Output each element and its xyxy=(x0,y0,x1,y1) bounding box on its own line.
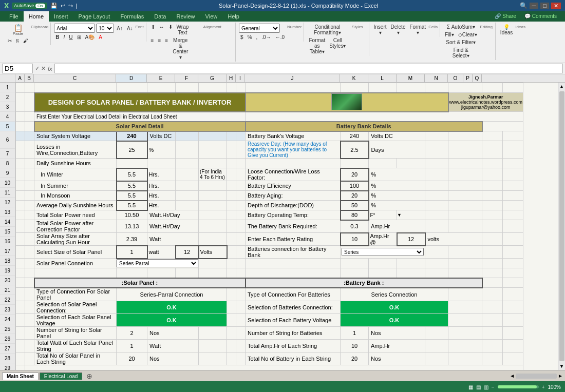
batt-temp-dropdown[interactable]: ▼ xyxy=(397,210,425,220)
row-num-2[interactable]: 2 xyxy=(0,92,15,102)
solar-voltage-value[interactable]: 240 xyxy=(117,131,147,141)
undo-btn[interactable]: ↩ xyxy=(61,3,65,9)
underline-btn[interactable]: U xyxy=(67,34,74,41)
row-num-20[interactable]: 20 xyxy=(0,276,15,285)
align-middle-btn[interactable]: ↔ xyxy=(158,24,166,36)
align-left-btn[interactable]: ≡ xyxy=(149,37,156,61)
maximize-btn[interactable]: □ xyxy=(540,3,549,9)
view-normal[interactable]: ▦ xyxy=(468,384,473,390)
view-page-layout[interactable]: ▤ xyxy=(476,384,481,390)
ideas-btn[interactable]: 💡Ideas xyxy=(499,24,514,36)
monsoon-value[interactable]: 5.5 xyxy=(117,191,147,201)
losses-value[interactable]: 25 xyxy=(117,141,147,159)
close-btn[interactable]: ✕ xyxy=(551,3,561,9)
summer-value[interactable]: 5.5 xyxy=(117,181,147,191)
comments-btn[interactable]: 💬 Comments xyxy=(520,11,561,22)
col-header-n[interactable]: N xyxy=(425,74,448,82)
zoom-in[interactable]: + xyxy=(542,384,545,390)
row-num-12[interactable]: 12 xyxy=(0,198,15,207)
solar-connection-dropdown[interactable]: Series-ParralSeriesParallel xyxy=(117,259,198,267)
batt-connection-select[interactable]: SeriesParallel xyxy=(341,246,425,259)
loose-connection-value[interactable]: 20 xyxy=(341,168,369,181)
row-num-21[interactable]: 21 xyxy=(0,285,15,295)
sheet-tab-main[interactable]: Main Sheet xyxy=(2,373,39,380)
col-header-l[interactable]: L xyxy=(368,74,397,82)
row-num-22[interactable]: 22 xyxy=(0,295,15,305)
fill-btn[interactable]: Fill▾ xyxy=(443,31,456,38)
sort-filter-btn[interactable]: Sort & Filter▾ xyxy=(443,39,479,46)
insert-btn[interactable]: Insert▾ xyxy=(372,24,388,36)
col-header-h[interactable]: H xyxy=(227,74,236,82)
batt-efficiency-value[interactable]: 100 xyxy=(341,181,369,191)
bold-btn[interactable]: B xyxy=(54,34,61,41)
merge-center-btn[interactable]: Merge & Center ▾ xyxy=(171,37,190,61)
row-num-3[interactable]: 3 xyxy=(0,102,15,112)
row-num-8[interactable]: 8 xyxy=(0,159,15,168)
reserve-day-value[interactable]: 2.5 xyxy=(341,141,369,159)
row-num-27[interactable]: 27 xyxy=(0,344,15,354)
clear-btn[interactable]: ◇Clear▾ xyxy=(457,31,479,38)
search-titlebar[interactable]: 🔍 xyxy=(520,2,528,9)
align-center-btn[interactable]: ≡ xyxy=(156,37,162,61)
each-batt-rating-value[interactable]: 10 xyxy=(341,233,369,246)
align-bottom-btn[interactable]: ⬇ xyxy=(167,24,174,36)
format-as-table-btn[interactable]: Format asTable▾ xyxy=(307,37,327,55)
row-num-28[interactable]: 28 xyxy=(0,354,15,363)
scroll-right[interactable]: ► xyxy=(558,373,563,379)
cell-styles-btn[interactable]: CellStyles▾ xyxy=(328,37,347,55)
col-header-d[interactable]: D xyxy=(116,74,147,82)
number-format-select[interactable]: General xyxy=(239,24,280,33)
tab-review[interactable]: Review xyxy=(171,11,200,22)
format-painter-btn[interactable]: 🖌 xyxy=(22,37,30,44)
col-header-q[interactable]: Q xyxy=(473,74,482,82)
paste-btn[interactable]: 📋Paste xyxy=(11,24,25,36)
row-num-4[interactable]: 4 xyxy=(0,112,15,122)
zoom-slider[interactable] xyxy=(498,385,539,388)
decrease-font-btn[interactable]: A↓ xyxy=(125,25,135,32)
font-color-btn[interactable]: A xyxy=(97,34,104,41)
col-header-c[interactable]: C xyxy=(34,74,116,82)
dod-value[interactable]: 50 xyxy=(341,201,369,210)
copy-btn[interactable]: ⎘ xyxy=(14,37,21,44)
formula-input[interactable] xyxy=(54,64,563,73)
row-num-11[interactable]: 11 xyxy=(0,188,15,198)
tab-formulas[interactable]: Formulas xyxy=(115,11,149,22)
col-header-b[interactable]: B xyxy=(25,74,34,82)
batt-aging-value[interactable]: 20 xyxy=(341,191,369,201)
view-page-break[interactable]: ▥ xyxy=(484,384,488,390)
increase-font-btn[interactable]: A↑ xyxy=(115,25,124,32)
col-header-m[interactable]: M xyxy=(397,74,425,82)
zoom-out[interactable]: − xyxy=(492,384,495,390)
tab-home[interactable]: Home xyxy=(24,11,49,22)
horizontal-scroll[interactable]: ◄ ► xyxy=(507,373,565,379)
tab-help[interactable]: Help xyxy=(222,11,244,22)
currency-btn[interactable]: $ xyxy=(239,34,245,41)
row-num-19[interactable]: 19 xyxy=(0,266,15,276)
row-num-23[interactable]: 23 xyxy=(0,305,15,315)
row-num-25[interactable]: 25 xyxy=(0,324,15,334)
row-num-29[interactable]: 29 xyxy=(0,363,15,370)
row-num-16[interactable]: 16 xyxy=(0,237,15,246)
minimize-btn[interactable]: ─ xyxy=(530,3,539,9)
row-num-24[interactable]: 24 xyxy=(0,315,15,324)
tab-view[interactable]: View xyxy=(200,11,223,22)
autosum-btn[interactable]: Σ AutoSum▾ xyxy=(443,24,479,30)
batt-temp-value[interactable]: 80 xyxy=(341,210,369,220)
percent-btn[interactable]: % xyxy=(246,34,254,41)
cell-reference-input[interactable] xyxy=(2,64,33,73)
italic-btn[interactable]: I xyxy=(62,34,66,41)
decrease-decimal-btn[interactable]: ←.0 xyxy=(274,34,286,41)
col-header-p[interactable]: P xyxy=(463,74,473,82)
row-num-17[interactable]: 17 xyxy=(0,246,15,256)
conditional-formatting-btn[interactable]: ConditionalFormatting▾ xyxy=(307,24,347,36)
scroll-thumb[interactable] xyxy=(559,91,564,361)
row-num-18[interactable]: 18 xyxy=(0,256,15,266)
col-header-i[interactable]: I xyxy=(236,74,245,82)
row-num-10[interactable]: 10 xyxy=(0,178,15,188)
row-num-14[interactable]: 14 xyxy=(0,217,15,227)
batt-connection-dropdown[interactable]: SeriesParallel xyxy=(342,248,424,256)
row-num-26[interactable]: 26 xyxy=(0,334,15,344)
redo-btn[interactable]: ↪ xyxy=(68,3,73,9)
row-num-7[interactable]: 7 xyxy=(0,149,15,159)
col-header-j[interactable]: J xyxy=(245,74,340,82)
